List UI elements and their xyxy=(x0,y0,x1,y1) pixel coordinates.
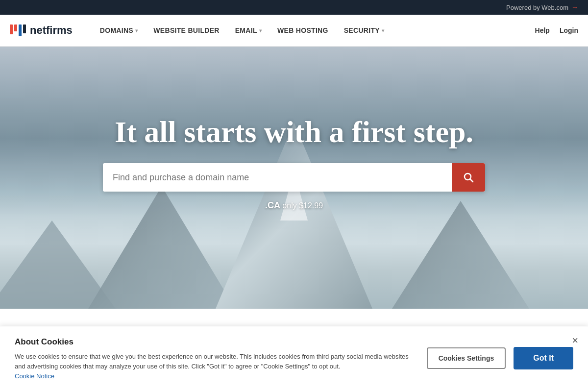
nav-email[interactable]: EMAIL ▾ xyxy=(227,15,270,47)
hero-section: It all starts with a first step. .CA onl… xyxy=(0,47,588,309)
nav-domains[interactable]: DOMAINS ▾ xyxy=(92,15,146,47)
logo-bar-1 xyxy=(10,24,13,34)
cookie-description: We use cookies to ensure that we give yo… xyxy=(15,352,412,381)
hero-title: It all starts with a first step. xyxy=(10,115,578,148)
cookie-notice-link[interactable]: Cookie Notice xyxy=(15,372,54,380)
nav-security[interactable]: SECURITY ▾ xyxy=(336,15,392,47)
cookie-actions: Cookies Settings Got It xyxy=(427,347,573,369)
nav-web-hosting[interactable]: WEB HOSTING xyxy=(270,15,336,47)
top-banner: Powered by Web.com → xyxy=(0,0,588,15)
chevron-down-icon: ▾ xyxy=(259,28,262,33)
close-icon[interactable]: × xyxy=(572,335,578,346)
got-it-button[interactable]: Got It xyxy=(514,347,573,369)
nav-links: DOMAINS ▾ WEBSITE BUILDER EMAIL ▾ WEB HO… xyxy=(92,15,535,47)
cookie-text-block: About Cookies We use cookies to ensure t… xyxy=(15,337,412,381)
logo-text: netfirms xyxy=(30,24,73,37)
cookie-title: About Cookies xyxy=(15,337,412,347)
help-link[interactable]: Help xyxy=(535,26,550,34)
navbar: netfirms DOMAINS ▾ WEBSITE BUILDER EMAIL… xyxy=(0,15,588,47)
hero-subtext: .CA only $12.99 xyxy=(10,200,578,211)
chevron-down-icon: ▾ xyxy=(382,28,384,33)
svg-line-1 xyxy=(470,179,473,182)
powered-by-text: Powered by Web.com xyxy=(506,4,568,11)
logo-bar-3 xyxy=(19,24,22,36)
nav-website-builder[interactable]: WEBSITE BUILDER xyxy=(146,15,227,47)
nav-right: Help Login xyxy=(535,26,578,34)
logo-bar-2 xyxy=(14,24,17,31)
search-icon xyxy=(463,172,474,183)
hero-content: It all starts with a first step. .CA onl… xyxy=(0,115,588,211)
cookie-banner: About Cookies We use cookies to ensure t… xyxy=(0,326,588,392)
search-button[interactable] xyxy=(452,163,485,192)
domain-extension: .CA xyxy=(265,200,280,210)
domain-search-input[interactable] xyxy=(103,163,452,192)
cookies-settings-button[interactable]: Cookies Settings xyxy=(427,347,506,369)
chevron-down-icon: ▾ xyxy=(135,28,138,33)
logo[interactable]: netfirms xyxy=(10,24,73,37)
login-button[interactable]: Login xyxy=(560,26,578,34)
logo-bar-4 xyxy=(23,24,26,33)
domain-search-bar xyxy=(103,163,485,192)
price-text: only $12.99 xyxy=(282,201,323,210)
banner-arrow: → xyxy=(571,3,578,11)
logo-icon xyxy=(10,24,26,36)
